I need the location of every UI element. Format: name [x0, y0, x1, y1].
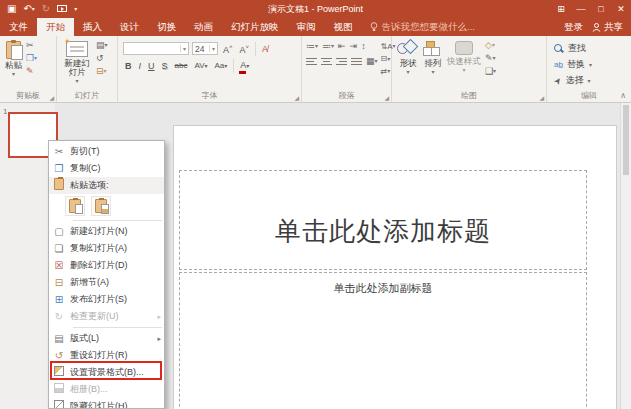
clipboard-group-label: 剪贴板 [0, 90, 56, 101]
slide-context-menu: ✂ 剪切(T) ❐ 复制(C) 粘贴选项: ▢ 新建幻灯片(N) ❏ 复制幻灯片… [48, 140, 165, 409]
menu-item-label: 复制幻灯片(A) [70, 242, 127, 255]
shapes-button[interactable]: 形状 ▾ [395, 39, 421, 78]
maximize-button[interactable]: □ [591, 0, 611, 18]
menu-item-copy[interactable]: ❐ 复制(C) [49, 160, 164, 177]
menu-item-photo-album[interactable]: 相册(B)... [49, 381, 164, 398]
section-icon[interactable]: ⊟▾ [96, 66, 108, 77]
numbering-icon[interactable]: ≕▾ [322, 41, 334, 52]
paste-as-picture-button[interactable] [91, 196, 111, 216]
tab-transitions[interactable]: 切换 [148, 18, 185, 36]
drawing-dialog-launcher-icon[interactable]: ◢ [539, 94, 544, 101]
italic-button[interactable]: I [137, 60, 144, 72]
font-group-label: 字体 [118, 90, 301, 101]
minimize-button[interactable]: — [571, 0, 591, 18]
menu-item-duplicate-slide[interactable]: ❏ 复制幻灯片(A) [49, 240, 164, 257]
tab-design[interactable]: 设计 [111, 18, 148, 36]
menu-item-cut[interactable]: ✂ 剪切(T) [49, 143, 164, 160]
justify-icon[interactable] [351, 56, 362, 67]
slide-thumbnail-panel[interactable]: 1 [0, 103, 55, 409]
slide-layout-icon[interactable]: ▤▾ [96, 40, 108, 51]
person-icon [592, 23, 601, 32]
select-button[interactable]: ➤选择▾ [554, 74, 592, 87]
text-shadow-button[interactable]: S [160, 60, 170, 72]
menu-item-publish-slides[interactable]: ⊞ 发布幻灯片(S) [49, 291, 164, 308]
paste-button[interactable]: 粘贴 ▾ [3, 39, 24, 80]
vertical-scrollbar[interactable] [620, 103, 631, 409]
start-slideshow-icon[interactable] [57, 5, 67, 12]
font-name-combobox[interactable]: ▾ [123, 42, 189, 55]
title-placeholder[interactable]: 单击此处添加标题 [179, 170, 587, 270]
scrollbar-thumb[interactable] [623, 105, 629, 175]
tab-slideshow[interactable]: 幻灯片放映 [222, 18, 288, 36]
new-slide-icon [66, 41, 88, 57]
increase-font-icon[interactable]: A˄ [221, 41, 235, 56]
align-left-icon[interactable] [306, 56, 317, 67]
font-dialog-launcher-icon[interactable]: ◢ [294, 94, 299, 101]
slide-canvas[interactable]: 单击此处添加标题 单击此处添加副标题 [173, 125, 617, 409]
cut-icon[interactable]: ✂ [26, 40, 37, 51]
character-spacing-button[interactable]: AV▾ [192, 60, 209, 72]
menu-item-reset-slide[interactable]: ↺ 重设幻灯片(R) [49, 347, 164, 364]
new-slide-button[interactable]: 新建幻灯片 ▾ [60, 39, 94, 87]
menu-item-format-background[interactable]: 设置背景格式(B)... [49, 364, 164, 381]
align-right-icon[interactable] [336, 56, 347, 67]
title-bar: ▣ ↶▾ ↻ ▾ 演示文稿1 - PowerPoint ⊞ — □ ✕ [0, 0, 631, 18]
select-label: 选择 [566, 74, 584, 87]
decrease-indent-icon[interactable]: ⇤ [338, 41, 346, 52]
line-spacing-icon[interactable]: ↕ [361, 41, 366, 52]
change-case-button[interactable]: Aa▾ [213, 60, 230, 72]
align-center-icon[interactable] [321, 56, 332, 67]
find-button[interactable]: 查找 [554, 42, 592, 55]
bold-button[interactable]: B [123, 60, 134, 72]
close-button[interactable]: ✕ [611, 0, 631, 18]
menu-item-label: 重设幻灯片(R) [70, 349, 128, 362]
paragraph-dialog-launcher-icon[interactable]: ◢ [384, 94, 389, 101]
menu-item-layout[interactable]: ▤ 版式(L) ▸ [49, 330, 164, 347]
quick-styles-button[interactable]: 快速样式 ▾ [445, 39, 483, 76]
menu-item-new-slide[interactable]: ▢ 新建幻灯片(N) [49, 223, 164, 240]
tab-animations[interactable]: 动画 [185, 18, 222, 36]
strikethrough-button[interactable]: abc [173, 60, 190, 72]
increase-indent-icon[interactable]: ⇥ [350, 41, 358, 52]
tab-view[interactable]: 视图 [325, 18, 362, 36]
tell-me-box[interactable]: 告诉我您想要做什么... [370, 18, 475, 36]
shape-outline-icon[interactable]: ✎▾ [485, 53, 496, 64]
tab-file[interactable]: 文件 [0, 18, 37, 36]
menu-item-add-section[interactable]: ⊟ 新增节(A) [49, 274, 164, 291]
redo-icon[interactable]: ↻ [42, 4, 50, 14]
replace-button[interactable]: ab̲替换▾ [554, 58, 592, 71]
save-icon[interactable]: ▣ [7, 4, 16, 14]
reset-slide-icon[interactable]: ↺ [96, 53, 108, 64]
menu-item-delete-slide[interactable]: ☒ 删除幻灯片(D) [49, 257, 164, 274]
clear-formatting-icon[interactable]: A̸ [260, 43, 270, 55]
format-painter-icon[interactable]: ✎ [26, 66, 37, 77]
columns-icon[interactable]: ▦▾ [366, 56, 378, 67]
menu-item-check-updates[interactable]: ↻ 检查更新(U) ▸ [49, 308, 164, 325]
decrease-font-icon[interactable]: A˅ [238, 41, 252, 56]
tab-insert[interactable]: 插入 [74, 18, 111, 36]
menu-item-hide-slide[interactable]: 隐藏幻灯片(H) [49, 398, 164, 409]
editing-group-label: 编辑 [547, 90, 631, 101]
subtitle-placeholder[interactable]: 单击此处添加副标题 [179, 272, 587, 409]
clipboard-dialog-launcher-icon[interactable]: ◢ [49, 94, 54, 101]
drawing-group-label: 绘图 [392, 90, 546, 101]
bullets-icon[interactable]: ≔▾ [306, 41, 318, 52]
font-color-button[interactable]: A▾ [238, 59, 251, 74]
shape-effects-icon[interactable]: ❑▾ [485, 66, 496, 77]
tab-review[interactable]: 审阅 [288, 18, 325, 36]
arrange-button[interactable]: 排列 ▾ [421, 39, 445, 78]
copy-icon[interactable]: ❐▾ [26, 53, 37, 64]
underline-button[interactable]: U [146, 60, 157, 72]
sign-in-link[interactable]: 登录 [564, 21, 583, 34]
collapse-ribbon-icon[interactable]: ∧ [620, 91, 626, 100]
tab-home[interactable]: 开始 [37, 18, 74, 36]
menu-item-label: 版式(L) [70, 332, 99, 345]
window-title: 演示文稿1 - PowerPoint [0, 3, 631, 16]
font-size-combobox[interactable]: 24▾ [192, 42, 218, 55]
paste-use-destination-theme-button[interactable] [65, 196, 85, 216]
shape-fill-icon[interactable]: ◇▾ [485, 40, 496, 51]
undo-icon[interactable]: ↶▾ [23, 4, 34, 14]
customize-qat-icon[interactable]: ▾ [74, 4, 77, 14]
ribbon-display-options-icon[interactable]: ⊞ [551, 0, 571, 18]
share-button[interactable]: 共享 [592, 21, 623, 34]
